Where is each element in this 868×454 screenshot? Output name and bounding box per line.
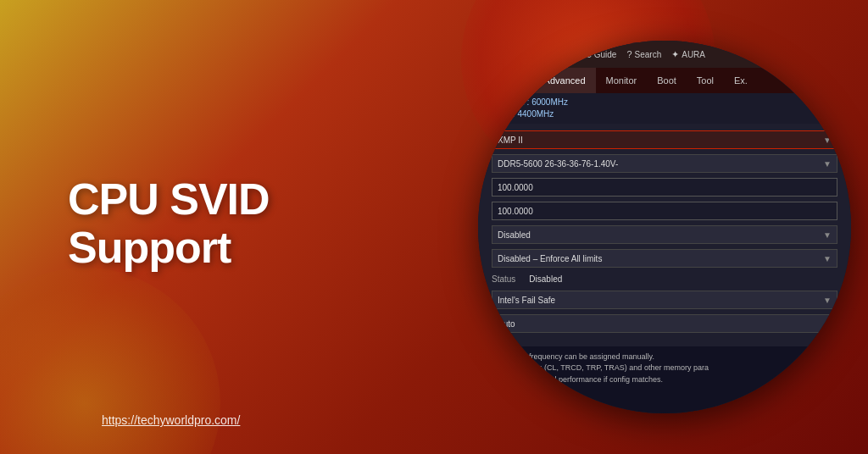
failsafe-arrow: ▼ bbox=[823, 296, 832, 305]
topbar-ai-oc: 🤖 AI OC Guide bbox=[554, 49, 617, 60]
bios-row-failsafe: Intel's Fail Safe ▼ bbox=[492, 291, 837, 309]
bios-row-input1: 100.0000 bbox=[492, 178, 837, 197]
xmp-value: XMP II bbox=[498, 136, 523, 145]
disabled2-dropdown[interactable]: Disabled – Enforce All limits ▼ bbox=[492, 249, 837, 268]
disabled1-arrow: ▼ bbox=[823, 230, 832, 240]
auto-dropdown[interactable]: Auto bbox=[492, 314, 837, 333]
desc-line-2: memory timings (CL, TRCD, TRP, TRAS) and… bbox=[488, 363, 841, 374]
nav-boot[interactable]: Boot bbox=[647, 68, 687, 93]
nav-advanced[interactable]: Advanced bbox=[534, 68, 596, 93]
status-value: Disabled bbox=[529, 274, 562, 284]
website-link[interactable]: https://techyworldpro.com/ bbox=[102, 413, 240, 427]
speed-line-2: Speed: 4400MHz bbox=[488, 108, 841, 120]
disabled1-dropdown[interactable]: Disabled ▼ bbox=[492, 225, 837, 244]
bios-main-area: XMP II ▼ DDR5-5600 26-36-36-76-1.40V- ▼ … bbox=[478, 124, 851, 346]
nav-tweaker[interactable]: Tweaker bbox=[478, 68, 534, 93]
status-label: Status bbox=[492, 274, 515, 284]
nav-monitor[interactable]: Monitor bbox=[596, 68, 648, 93]
search-label: Search bbox=[635, 50, 662, 59]
nav-exit[interactable]: Ex. bbox=[724, 68, 758, 93]
search-icon: ? bbox=[626, 49, 632, 59]
topbar-qfan: ⚙ Qfan Control bbox=[485, 49, 544, 60]
desc-line-1: base clock) frequency can be assigned ma… bbox=[488, 352, 841, 363]
qfan-label: Qfan Control bbox=[496, 50, 544, 59]
ai-oc-icon: 🤖 bbox=[554, 49, 566, 60]
aura-icon: ✦ bbox=[671, 49, 679, 60]
left-panel: CPU SVID Support https://techyworldpro.c… bbox=[34, 0, 441, 454]
ddr5-value: DDR5-5600 26-36-36-76-1.40V- bbox=[498, 159, 618, 169]
bios-row-auto: Auto bbox=[492, 314, 837, 333]
desc-line-4: XMP profile. bbox=[488, 385, 841, 397]
xmp-dropdown[interactable]: XMP II ▼ bbox=[492, 130, 837, 149]
qfan-icon: ⚙ bbox=[485, 49, 493, 60]
nav-tool[interactable]: Tool bbox=[687, 68, 724, 93]
bios-content: ⚙ Qfan Control 🤖 AI OC Guide ? Search ✦ … bbox=[478, 41, 851, 413]
input-text2: 100.0000 bbox=[498, 207, 533, 216]
desc-line-5: MM profiles detected. bbox=[488, 397, 841, 409]
desc-line-3: tweaks for improved performance if confi… bbox=[488, 374, 841, 386]
bios-row-disabled2: Disabled – Enforce All limits ▼ bbox=[492, 249, 837, 268]
bios-circle: ⚙ Qfan Control 🤖 AI OC Guide ? Search ✦ … bbox=[478, 41, 851, 413]
disabled2-value: Disabled – Enforce All limits bbox=[498, 254, 602, 263]
title-line1: CPU SVID bbox=[68, 174, 270, 224]
disabled2-arrow: ▼ bbox=[823, 254, 832, 263]
input-value1[interactable]: 100.0000 bbox=[492, 178, 837, 197]
xmp-arrow: ▼ bbox=[823, 136, 832, 145]
page-title: CPU SVID Support bbox=[68, 175, 407, 272]
failsafe-dropdown[interactable]: Intel's Fail Safe ▼ bbox=[492, 291, 837, 309]
title-line2: Support bbox=[68, 223, 231, 272]
bios-status-row: Status Disabled bbox=[492, 273, 837, 285]
bios-row-xmp: XMP II ▼ bbox=[492, 130, 837, 149]
bios-description: base clock) frequency can be assigned ma… bbox=[478, 346, 851, 414]
bios-speed-info: de Speed : 6000MHz Speed: 4400MHz bbox=[478, 93, 851, 124]
bios-navbar: Tweaker Advanced Monitor Boot Tool Ex. bbox=[478, 68, 851, 93]
topbar-aura: ✦ AURA bbox=[671, 49, 705, 60]
bios-topbar: ⚙ Qfan Control 🤖 AI OC Guide ? Search ✦ … bbox=[478, 41, 851, 68]
bios-row-ddr5: DDR5-5600 26-36-36-76-1.40V- ▼ bbox=[492, 154, 837, 173]
bios-row-disabled1: Disabled ▼ ↖ bbox=[492, 225, 837, 244]
auto-value: Auto bbox=[498, 319, 515, 329]
ddr5-arrow: ▼ bbox=[823, 159, 832, 169]
speed-line-1: de Speed : 6000MHz bbox=[488, 97, 841, 108]
input-value2[interactable]: 100.0000 bbox=[492, 202, 837, 220]
bios-row-input2: 100.0000 bbox=[492, 202, 837, 220]
bios-screenshot-wrapper: ⚙ Qfan Control 🤖 AI OC Guide ? Search ✦ … bbox=[478, 41, 851, 413]
ddr5-dropdown[interactable]: DDR5-5600 26-36-36-76-1.40V- ▼ bbox=[492, 154, 837, 173]
disabled1-value: Disabled bbox=[498, 230, 531, 240]
topbar-search: ? Search bbox=[626, 49, 661, 59]
aura-label: AURA bbox=[682, 50, 705, 59]
input-text1: 100.0000 bbox=[498, 183, 533, 192]
ai-oc-label: AI OC Guide bbox=[569, 50, 617, 59]
failsafe-value: Intel's Fail Safe bbox=[498, 296, 555, 305]
